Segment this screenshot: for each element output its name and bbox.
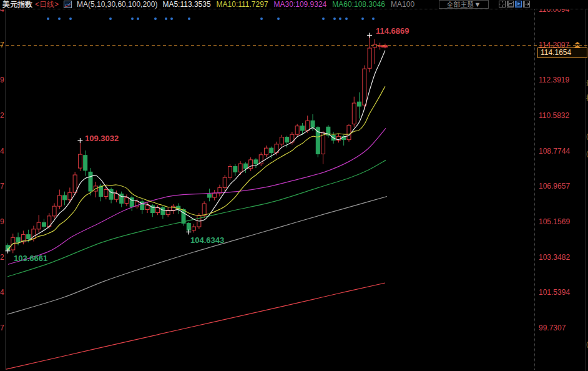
ma-readout: MA5:113.3535 (162, 0, 210, 9)
axis-price-label: 108.7744 (539, 147, 585, 156)
candle (368, 35, 371, 72)
candle (336, 134, 340, 142)
left-axis-clipped-digit: 9 (0, 76, 6, 84)
price-annotation: 103.6661 (14, 254, 47, 263)
ma-config-label: MA(5,10,30,60,100,200) (77, 0, 157, 9)
chart-type-icon[interactable] (64, 1, 72, 8)
ma-readout: MA60:108.3046 (332, 0, 385, 9)
candle (130, 195, 134, 211)
ma-line-ma10 (8, 86, 385, 250)
candle (254, 158, 258, 168)
candle (326, 125, 330, 137)
event-marker-dots[interactable] (47, 17, 375, 20)
candle (358, 92, 361, 119)
left-axis-clipped-digit: 2 (0, 111, 6, 120)
price-annotation: 114.6869 (376, 26, 409, 36)
chart-toolbar: 美元指数 <日线> MA(5,10,30,60,100,200) MA5:113… (0, 0, 588, 9)
candle (166, 207, 170, 217)
period-label: <日线> (35, 0, 59, 10)
left-axis-clipped-digit: 4 (0, 288, 6, 297)
fit-chart-icon[interactable] (507, 1, 514, 7)
ma-line-ma5 (8, 51, 385, 250)
candle (347, 124, 351, 142)
candle (259, 152, 263, 166)
candle (213, 190, 217, 200)
theme-selector-label: 全部主题▼ (447, 1, 481, 8)
candle (150, 204, 154, 217)
ma-line-ma100 (7, 196, 387, 314)
candle (78, 141, 82, 171)
candle (171, 204, 175, 214)
candle (373, 39, 376, 64)
instrument-title: 美元指数 (2, 0, 32, 10)
candle (192, 224, 196, 232)
candle (238, 161, 242, 175)
candle (52, 203, 56, 219)
candle (63, 192, 67, 205)
ma-readout: MA100 (391, 0, 414, 9)
ma-line-ma60 (7, 160, 386, 277)
candle (84, 151, 87, 176)
price-annotation: 109.3032 (85, 134, 119, 143)
toolbar-icon-group (499, 1, 530, 7)
candle (352, 97, 356, 127)
move-grid-icon[interactable] (499, 1, 506, 7)
candle (37, 215, 41, 232)
candle (114, 190, 118, 202)
candle (140, 199, 144, 214)
axis-price-label: 99.7307 (539, 324, 585, 332)
axis-price-label: 112.3919 (539, 76, 585, 84)
pan-right-icon[interactable] (523, 1, 530, 7)
ma-readout: MA10:111.7297 (217, 0, 268, 9)
candle (223, 175, 227, 191)
candle (280, 135, 283, 147)
left-axis-clipped-digit: 7 (0, 182, 6, 190)
left-axis-clipped-digit: 2 (0, 253, 6, 262)
left-axis-clipped-digit: 7 (0, 324, 6, 332)
extreme-cross-marker (367, 32, 372, 37)
axis-price-label: 105.1569 (539, 217, 585, 226)
candle (21, 230, 25, 244)
left-axis-clipped-digit: 9 (0, 217, 6, 226)
extreme-cross-marker (77, 138, 82, 143)
chart-canvas[interactable] (0, 0, 588, 371)
candle (104, 186, 108, 199)
axis-price-label: 101.5394 (539, 288, 585, 297)
left-axis-clipped-digit: 7 (0, 41, 6, 49)
candle (68, 187, 72, 203)
candle (207, 189, 211, 201)
ma-line-ma200 (6, 283, 385, 369)
axis-price-label: 103.3482 (539, 253, 585, 262)
left-axis-clipped-digit: 4 (0, 147, 6, 156)
candle (57, 190, 61, 209)
candle (120, 192, 124, 207)
candle (228, 164, 232, 180)
candle (321, 131, 325, 164)
candle (218, 185, 222, 197)
candle (249, 157, 253, 171)
price-annotation: 104.6343 (190, 235, 224, 245)
candle (156, 205, 160, 215)
current-price-box: 114.1654 (537, 47, 587, 58)
candle (378, 43, 382, 50)
candle (295, 124, 299, 137)
ma-readout: MA30:109.9324 (274, 0, 327, 9)
candle (109, 187, 113, 203)
candle (243, 162, 247, 173)
ma-readouts: MA5:113.3535MA10:111.7297MA30:109.9324MA… (162, 0, 414, 9)
axis-price-label: 106.9657 (539, 182, 585, 190)
candle (233, 164, 237, 176)
candle (161, 206, 165, 219)
toolbar-left-cluster: 美元指数 <日线> MA(5,10,30,60,100,200) MA5:113… (2, 0, 414, 9)
axis-price-label: 110.5832 (539, 111, 585, 120)
candle (363, 66, 366, 109)
candle (135, 199, 139, 209)
theme-selector-dropdown[interactable]: 全部主题▼ (439, 0, 489, 9)
play-chart-icon[interactable] (515, 1, 522, 7)
current-price-value: 114.1654 (541, 48, 571, 57)
chart-window: 美元指数 <日线> MA(5,10,30,60,100,200) MA5:113… (0, 0, 588, 371)
candle (265, 146, 268, 157)
candle (42, 219, 46, 231)
